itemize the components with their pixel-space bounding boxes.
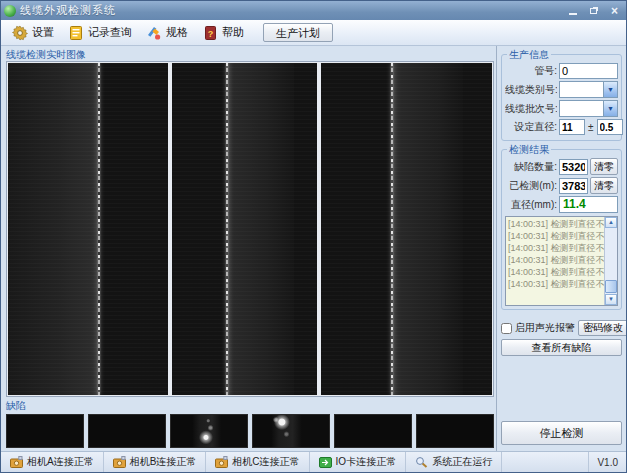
content-area: 线缆检测实时图像 缺陷 bbox=[1, 46, 626, 451]
set-diameter-input[interactable] bbox=[559, 119, 585, 135]
log-entry: [14:00:31] 检测到直径不合格 bbox=[508, 254, 602, 266]
notebook-icon bbox=[68, 25, 84, 41]
camera-icon bbox=[215, 456, 228, 468]
production-info-group: 生产信息 管号: 线缆类别号: ▼ 线缆批次号: ▼ 设定直径: ± bbox=[501, 54, 622, 141]
detection-results-group: 检测结果 缺陷数量: 清零 已检测(m): 清零 直径(mm): 11.4 bbox=[501, 149, 622, 310]
version-label: V1.0 bbox=[588, 452, 626, 472]
cable-batch-label: 线缆批次号: bbox=[505, 102, 557, 116]
tube-number-label: 管号: bbox=[505, 64, 557, 78]
defect-thumbnail[interactable] bbox=[88, 414, 166, 448]
status-camera-c: 相机C连接正常 bbox=[206, 452, 309, 472]
app-icon bbox=[4, 5, 16, 17]
toolbar-label: 规格 bbox=[166, 25, 188, 40]
control-panel: 生产信息 管号: 线缆类别号: ▼ 线缆批次号: ▼ 设定直径: ± bbox=[496, 46, 626, 451]
close-button[interactable]: × bbox=[606, 4, 623, 17]
svg-text:?: ? bbox=[208, 28, 214, 38]
scroll-thumb[interactable] bbox=[605, 280, 617, 293]
camera-view-b bbox=[172, 63, 316, 395]
defect-count-input[interactable] bbox=[559, 159, 588, 175]
toolbar-label: 帮助 bbox=[222, 25, 244, 40]
status-camera-b: 相机B连接正常 bbox=[104, 452, 207, 472]
defect-thumbnail[interactable] bbox=[252, 414, 330, 448]
cable-category-label: 线缆类别号: bbox=[505, 83, 557, 97]
log-entry: [14:00:31] 检测到直径不合格 bbox=[508, 278, 602, 290]
defect-thumbnail[interactable] bbox=[334, 414, 412, 448]
log-entry: [14:00:31] 检测到直径不合格 bbox=[508, 266, 602, 278]
title-bar[interactable]: 线缆外观检测系统 × bbox=[1, 1, 626, 20]
measured-length-input[interactable] bbox=[559, 178, 588, 194]
view-all-defects-button[interactable]: 查看所有缺陷 bbox=[501, 339, 622, 356]
live-view-panel: 线缆检测实时图像 缺陷 bbox=[1, 46, 496, 451]
toolbar-item-records[interactable]: 记录查询 bbox=[63, 23, 137, 43]
stop-detection-button[interactable]: 停止检测 bbox=[501, 421, 622, 445]
chevron-down-icon[interactable]: ▼ bbox=[603, 82, 617, 97]
scroll-up-icon[interactable]: ▲ bbox=[605, 217, 617, 228]
measured-length-label: 已检测(m): bbox=[505, 179, 557, 193]
status-label: 相机A连接正常 bbox=[27, 455, 94, 469]
detection-results-title: 检测结果 bbox=[507, 143, 551, 157]
detection-log-list[interactable]: [14:00:31] 检测到直径不合格[14:00:31] 检测到直径不合格[1… bbox=[505, 216, 618, 306]
diameter-label: 直径(mm): bbox=[505, 198, 557, 212]
defect-thumbnail[interactable] bbox=[416, 414, 494, 448]
toolbar-label: 记录查询 bbox=[88, 25, 132, 40]
chevron-down-icon[interactable]: ▼ bbox=[603, 101, 617, 116]
toolbar-item-settings[interactable]: 设置 bbox=[7, 23, 59, 43]
status-label: IO卡连接正常 bbox=[336, 455, 397, 469]
toolbar-item-help[interactable]: ? 帮助 bbox=[197, 23, 249, 43]
camera-view-c bbox=[321, 63, 492, 395]
tag-icon bbox=[146, 25, 162, 41]
restore-button[interactable] bbox=[585, 4, 602, 17]
set-diameter-label: 设定直径: bbox=[505, 120, 557, 134]
change-password-button[interactable]: 密码修改 bbox=[578, 320, 627, 336]
magnifier-icon bbox=[415, 456, 428, 468]
log-entry: [14:00:31] 检测到直径不合格 bbox=[508, 230, 602, 242]
plus-minus-sign: ± bbox=[587, 122, 595, 133]
status-label: 系统正在运行 bbox=[432, 455, 492, 469]
defect-strip-label: 缺陷 bbox=[6, 399, 494, 412]
log-entry: [14:00:31] 检测到直径不合格 bbox=[508, 218, 602, 230]
sound-light-alarm-label: 启用声光报警 bbox=[515, 321, 575, 335]
log-entry: [14:00:31] 检测到直径不合格 bbox=[508, 242, 602, 254]
defect-thumbnail-strip bbox=[6, 414, 494, 448]
help-book-icon: ? bbox=[202, 25, 218, 41]
sound-light-alarm-checkbox[interactable] bbox=[501, 323, 512, 334]
defect-thumbnail[interactable] bbox=[170, 414, 248, 448]
camera-icon bbox=[113, 456, 126, 468]
tolerance-input[interactable] bbox=[597, 119, 623, 135]
status-label: 相机B连接正常 bbox=[130, 455, 197, 469]
app-window: 线缆外观检测系统 × 设置 记录查询 规格 ? 帮助 生产计划 线缆检测实时 bbox=[0, 0, 627, 473]
camera-image-area bbox=[6, 61, 494, 397]
minimize-button[interactable] bbox=[564, 4, 581, 17]
camera-view-a bbox=[8, 63, 168, 395]
cable-batch-select[interactable]: ▼ bbox=[559, 100, 618, 117]
tube-number-input[interactable] bbox=[559, 63, 618, 79]
status-bar: 相机A连接正常 相机B连接正常 相机C连接正常 IO卡连接正常 系统正在运行 V… bbox=[1, 451, 626, 472]
clear-measured-length-button[interactable]: 清零 bbox=[590, 177, 618, 194]
clear-defect-count-button[interactable]: 清零 bbox=[590, 158, 618, 175]
toolbar: 设置 记录查询 规格 ? 帮助 生产计划 bbox=[1, 20, 626, 46]
log-scrollbar[interactable]: ▲▼ bbox=[604, 217, 617, 305]
diameter-value: 11.4 bbox=[559, 196, 618, 213]
gear-icon bbox=[12, 25, 28, 41]
window-title: 线缆外观检测系统 bbox=[20, 3, 564, 18]
alarm-row: 启用声光报警 密码修改 bbox=[501, 320, 622, 336]
defect-count-label: 缺陷数量: bbox=[505, 160, 557, 174]
toolbar-item-spec[interactable]: 规格 bbox=[141, 23, 193, 43]
status-io-card: IO卡连接正常 bbox=[310, 452, 407, 472]
production-plan-button[interactable]: 生产计划 bbox=[263, 23, 333, 42]
camera-icon bbox=[10, 456, 23, 468]
defect-thumbnail[interactable] bbox=[6, 414, 84, 448]
scroll-down-icon[interactable]: ▼ bbox=[605, 294, 617, 305]
production-info-title: 生产信息 bbox=[507, 48, 551, 62]
status-label: 相机C连接正常 bbox=[232, 455, 299, 469]
live-view-label: 线缆检测实时图像 bbox=[6, 48, 494, 61]
toolbar-label: 设置 bbox=[32, 25, 54, 40]
status-camera-a: 相机A连接正常 bbox=[1, 452, 104, 472]
status-system-running: 系统正在运行 bbox=[406, 452, 502, 472]
io-card-icon bbox=[319, 457, 332, 468]
cable-category-select[interactable]: ▼ bbox=[559, 81, 618, 98]
